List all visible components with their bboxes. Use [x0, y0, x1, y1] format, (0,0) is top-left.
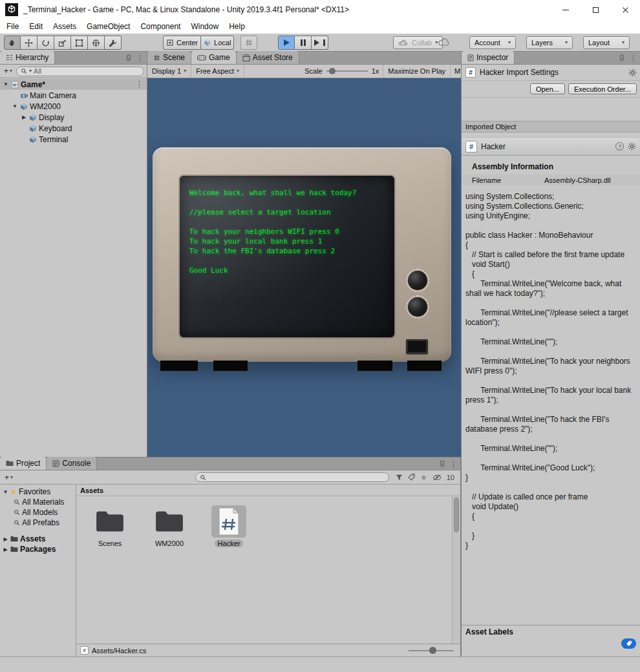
rect-tool-button[interactable]: [71, 36, 88, 50]
transform-tool-button[interactable]: [88, 36, 105, 50]
tab-label: Scene: [163, 53, 185, 62]
scene-options-icon[interactable]: ⋮: [136, 81, 143, 88]
scale-slider[interactable]: [326, 67, 368, 76]
account-dropdown[interactable]: Account ▾: [469, 36, 516, 49]
move-tool-button[interactable]: [21, 36, 37, 50]
menu-file[interactable]: File: [1, 20, 24, 33]
tab-console[interactable]: Console: [47, 457, 97, 470]
expand-arrow-icon[interactable]: ▶: [21, 114, 27, 120]
play-button[interactable]: [278, 36, 295, 50]
display-dropdown[interactable]: Display 1 ▾: [147, 65, 191, 78]
scrollbar-thumb[interactable]: [454, 498, 459, 532]
execution-order-button[interactable]: Execution Order...: [568, 83, 637, 94]
favorite-all-models[interactable]: All Models: [0, 507, 76, 518]
hierarchy-item-keyboard[interactable]: Keyboard: [0, 123, 147, 134]
favorite-all-prefabs[interactable]: All Prefabs: [0, 518, 76, 528]
hierarchy-search-input[interactable]: ▾ All: [16, 67, 144, 76]
collapse-arrow-icon[interactable]: ▼: [3, 81, 9, 87]
lock-icon[interactable]: [439, 460, 445, 468]
kebab-menu-icon[interactable]: ⋮: [136, 55, 144, 62]
hierarchy-item-display[interactable]: ▶ Display: [0, 112, 147, 123]
asset-item-scenes[interactable]: Scenes: [89, 505, 131, 547]
kebab-menu-icon[interactable]: ⋮: [450, 461, 457, 468]
aspect-ratio-dropdown[interactable]: Free Aspect ▾: [191, 65, 244, 78]
expand-arrow-icon[interactable]: ▶: [3, 536, 8, 542]
menu-component[interactable]: Component: [135, 20, 186, 33]
collab-dropdown[interactable]: Collab ▾: [393, 36, 443, 49]
hierarchy-item-terminal[interactable]: Terminal: [0, 134, 147, 145]
mute-audio-button[interactable]: M: [450, 65, 461, 78]
menu-assets[interactable]: Assets: [48, 20, 81, 33]
folder-icon: [95, 509, 125, 534]
filter-by-label-icon[interactable]: [408, 474, 415, 481]
collapse-arrow-icon[interactable]: ▼: [12, 103, 18, 109]
layout-dropdown[interactable]: Layout ▾: [583, 36, 630, 49]
scene-name: Game*: [21, 80, 45, 89]
lock-icon[interactable]: [125, 54, 132, 62]
scale-tool-button[interactable]: [54, 36, 71, 50]
pivot-label: Center: [176, 39, 198, 47]
thumbnail-zoom-slider[interactable]: [409, 644, 454, 657]
grid-snapping-button[interactable]: [240, 36, 257, 50]
monitor-foot: [160, 361, 198, 371]
custom-tool-button[interactable]: [105, 36, 122, 50]
title-bar: _Terminal_Hacker - Game - PC, Mac & Linu…: [0, 0, 640, 19]
maximize-button[interactable]: [581, 0, 610, 19]
asset-item-wm2000[interactable]: WM2000: [149, 505, 190, 547]
help-icon[interactable]: ?: [615, 142, 624, 151]
hidden-count-eye-icon[interactable]: [432, 474, 442, 481]
expand-arrow-icon[interactable]: ▶: [3, 547, 8, 552]
hand-tool-button[interactable]: [4, 36, 21, 50]
hierarchy-tree: ▼ Game* ⋮ Main Camera ▼ WM2000 ▶ Display: [0, 78, 147, 145]
collapse-arrow-icon[interactable]: ▼: [3, 489, 8, 495]
tab-hierarchy[interactable]: Hierarchy: [0, 51, 55, 64]
rotate-tool-button[interactable]: [37, 36, 54, 50]
assets-scrollbar[interactable]: [452, 496, 460, 644]
project-root-assets[interactable]: ▶ Assets: [0, 534, 76, 544]
hierarchy-item-wm2000[interactable]: ▼ WM2000: [0, 101, 147, 112]
lock-icon[interactable]: [619, 54, 625, 62]
tab-scene[interactable]: Scene: [147, 51, 191, 64]
maximize-on-play-button[interactable]: Maximize On Play: [383, 65, 450, 78]
terminal-line: To hack the FBI's database press 2: [189, 246, 394, 256]
create-asset-button[interactable]: + ▾: [3, 473, 14, 482]
monitor-foot: [357, 361, 392, 371]
pause-button[interactable]: [295, 36, 312, 50]
hierarchy-scene-row[interactable]: ▼ Game* ⋮: [0, 79, 147, 90]
asset-label-button[interactable]: [621, 638, 636, 649]
gear-icon[interactable]: [628, 68, 637, 77]
menu-gameobject[interactable]: GameObject: [81, 20, 135, 33]
minimize-button[interactable]: [551, 0, 581, 19]
close-button[interactable]: [610, 0, 640, 19]
hierarchy-item-main-camera[interactable]: Main Camera: [0, 90, 147, 101]
cloud-services-button[interactable]: [438, 38, 450, 46]
menu-help[interactable]: Help: [224, 20, 250, 33]
menu-edit[interactable]: Edit: [24, 20, 48, 33]
project-root-packages[interactable]: ▶ Packages: [0, 544, 76, 554]
saved-search-star-icon[interactable]: ★: [420, 474, 427, 481]
tab-project[interactable]: Project: [0, 457, 47, 470]
zoom-slider-thumb[interactable]: [429, 647, 436, 654]
imported-object-title: Hacker: [481, 142, 612, 151]
asset-label: Hacker: [215, 540, 244, 547]
tab-game[interactable]: Game: [191, 51, 237, 64]
status-bar: [0, 656, 640, 672]
tab-inspector[interactable]: Inspector: [462, 51, 515, 64]
scale-slider-thumb[interactable]: [329, 68, 336, 74]
asset-item-hacker[interactable]: Hacker: [208, 505, 250, 547]
open-button[interactable]: Open...: [530, 83, 565, 94]
gear-icon[interactable]: [628, 142, 636, 151]
favorites-row[interactable]: ▼ ★ Favorites: [0, 487, 76, 497]
step-button[interactable]: [312, 36, 328, 50]
pivot-toggle-button[interactable]: Center: [163, 36, 201, 50]
menu-window[interactable]: Window: [186, 20, 224, 33]
scene-tab-icon: [153, 54, 160, 61]
create-object-button[interactable]: + ▾: [3, 67, 14, 76]
favorite-all-materials[interactable]: All Materials: [0, 497, 76, 507]
tab-asset-store[interactable]: Asset Store: [237, 51, 299, 64]
project-search-input[interactable]: [195, 472, 389, 482]
rotation-toggle-button[interactable]: Local: [201, 36, 234, 50]
kebab-menu-icon[interactable]: ⋮: [630, 55, 637, 62]
layers-dropdown[interactable]: Layers ▾: [526, 36, 573, 49]
filter-by-type-icon[interactable]: [396, 474, 403, 481]
